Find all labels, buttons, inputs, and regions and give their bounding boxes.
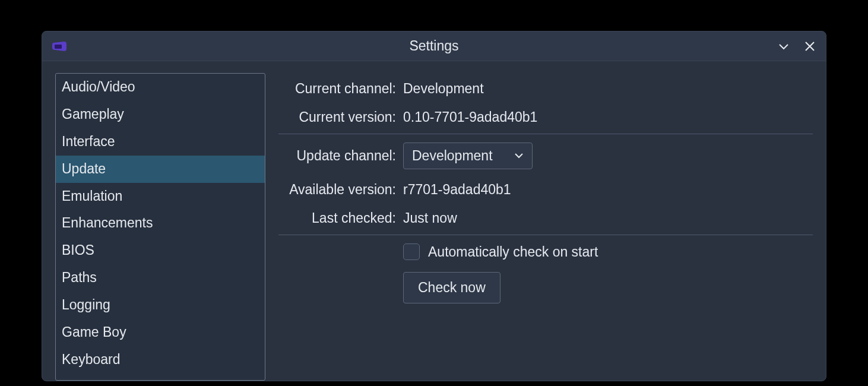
sidebar: Audio/VideoGameplayInterfaceUpdateEmulat… (55, 73, 265, 381)
sidebar-item-enhancements[interactable]: Enhancements (56, 210, 265, 237)
chevron-down-icon (514, 148, 524, 164)
app-icon (51, 40, 68, 52)
update-channel-select[interactable]: Development (403, 143, 533, 169)
available-version-label: Available version: (278, 182, 403, 198)
minimize-button[interactable] (777, 39, 791, 53)
close-button[interactable] (803, 39, 817, 53)
divider (278, 235, 813, 235)
last-checked-label: Last checked: (278, 210, 403, 226)
sidebar-item-emulation[interactable]: Emulation (56, 183, 265, 210)
window-title: Settings (409, 38, 458, 54)
update-panel: Current channel: Development Current ver… (278, 73, 813, 381)
divider (278, 134, 813, 134)
sidebar-item-paths[interactable]: Paths (56, 264, 265, 292)
available-version-value: r7701-9adad40b1 (403, 182, 511, 198)
sidebar-item-logging[interactable]: Logging (56, 292, 265, 319)
sidebar-item-game-boy[interactable]: Game Boy (56, 319, 265, 346)
sidebar-item-gameplay[interactable]: Gameplay (56, 101, 265, 128)
svg-rect-0 (55, 45, 62, 49)
settings-window: Settings Audio/VideoGameplayInterfaceUpd… (42, 31, 826, 381)
sidebar-item-audio-video[interactable]: Audio/Video (56, 74, 265, 101)
content: Audio/VideoGameplayInterfaceUpdateEmulat… (42, 61, 826, 381)
sidebar-item-keyboard[interactable]: Keyboard (56, 346, 265, 374)
sidebar-item-update[interactable]: Update (56, 156, 265, 183)
current-version-value: 0.10-7701-9adad40b1 (403, 109, 537, 125)
last-checked-value: Just now (403, 210, 457, 226)
auto-check-checkbox[interactable] (403, 243, 420, 260)
check-now-button[interactable]: Check now (403, 272, 500, 303)
current-version-label: Current version: (278, 109, 403, 125)
titlebar: Settings (42, 31, 826, 61)
auto-check-label[interactable]: Automatically check on start (428, 244, 598, 260)
current-channel-value: Development (403, 81, 484, 97)
update-channel-label: Update channel: (278, 148, 403, 164)
sidebar-item-interface[interactable]: Interface (56, 128, 265, 156)
current-channel-label: Current channel: (278, 81, 403, 97)
sidebar-item-bios[interactable]: BIOS (56, 237, 265, 264)
update-channel-select-value: Development (412, 148, 493, 164)
